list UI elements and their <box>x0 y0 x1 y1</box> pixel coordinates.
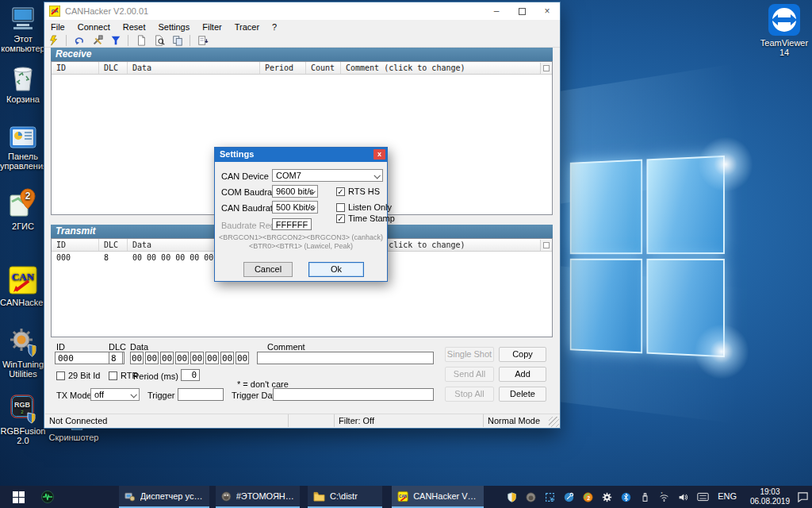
maximize-button[interactable] <box>509 2 534 20</box>
data-byte-7[interactable] <box>236 352 249 364</box>
col-count[interactable]: Count <box>306 62 341 74</box>
transmit-header-options-button[interactable] <box>540 240 551 251</box>
can-device-label: CAN Device <box>221 171 269 181</box>
col-id[interactable]: ID <box>52 62 99 74</box>
volume-icon[interactable] <box>678 492 688 502</box>
settings-button[interactable] <box>88 34 106 47</box>
desktop-icon-2gis[interactable]: 2 2ГИС <box>0 187 46 231</box>
send-all-button[interactable]: Send All <box>445 367 494 382</box>
gear-icon[interactable] <box>602 492 612 502</box>
reset-button[interactable] <box>70 34 88 47</box>
desktop-icon-teamviewer[interactable]: TeamViewer 14 <box>760 3 809 57</box>
desktop-icon-recycle-bin[interactable]: Корзина <box>0 65 46 104</box>
data-byte-5[interactable] <box>205 352 219 364</box>
delete-frame-button[interactable]: Delete <box>499 387 546 402</box>
action-center-button[interactable] <box>797 491 809 506</box>
task-etomoyanoch[interactable]: #ЭТОМОЯНОЧ... <box>216 486 300 508</box>
trigger-id-input[interactable] <box>178 388 224 401</box>
clock[interactable]: 19:03 06.08.2019 <box>750 487 790 506</box>
checkbox-box[interactable] <box>56 371 65 380</box>
rts-hs-label: RTS HS <box>348 187 380 196</box>
menu-connect[interactable]: Connect <box>71 21 117 33</box>
checkbox-box[interactable] <box>336 203 345 212</box>
export-button[interactable] <box>193 34 212 47</box>
desktop-icon-this-pc[interactable]: Этот компьютер <box>0 6 46 53</box>
col-data[interactable]: Data <box>128 62 260 74</box>
checkbox-box[interactable]: ✓ <box>336 187 345 196</box>
task-canhacker[interactable]: CAN CANHacker V2.... <box>392 486 484 508</box>
col-comment[interactable]: Comment (click to change) <box>341 62 552 74</box>
col-period[interactable]: Period <box>260 62 306 74</box>
menu-filter[interactable]: Filter <box>196 21 228 33</box>
task-device-manager[interactable]: Диспетчер устр... <box>119 486 209 508</box>
trigger-data-input[interactable] <box>273 388 434 401</box>
data-byte-0[interactable] <box>130 352 144 364</box>
menu-tracer[interactable]: Tracer <box>228 21 266 33</box>
checkbox-box[interactable]: ✓ <box>336 214 345 223</box>
utility-tray-icon[interactable] <box>564 492 574 502</box>
menu-settings[interactable]: Settings <box>151 21 196 33</box>
monitor-app-icon[interactable] <box>41 491 54 506</box>
col-dlc[interactable]: DLC <box>99 62 128 74</box>
col-id[interactable]: ID <box>52 239 99 251</box>
dialog-close-button[interactable]: x <box>373 149 385 160</box>
copy-button[interactable] <box>168 34 186 47</box>
view-trace-button[interactable] <box>150 34 168 47</box>
can-device-select[interactable]: COM7 <box>272 169 383 182</box>
stop-all-button[interactable]: Stop All <box>445 387 494 402</box>
task-label: CANHacker V2.... <box>413 491 478 501</box>
copy-frame-button[interactable]: Copy <box>499 347 546 362</box>
listen-only-checkbox[interactable]: Listen Only <box>336 202 392 212</box>
desktop-icon-wintuning[interactable]: WinTuning Utilities <box>0 327 46 379</box>
data-byte-3[interactable] <box>175 352 189 364</box>
dialog-titlebar[interactable]: Settings <box>215 148 387 162</box>
menu-help[interactable]: ? <box>266 21 283 33</box>
desktop-icon-rgbfusion[interactable]: RGB 2 RGBFusion 2.0 <box>0 394 46 445</box>
data-byte-6[interactable] <box>220 352 234 364</box>
2gis-tray-icon[interactable]: 2 <box>583 492 593 502</box>
start-button[interactable] <box>0 486 36 508</box>
keyboard-icon[interactable] <box>697 492 709 502</box>
form-dlc-input[interactable] <box>109 352 123 364</box>
screenshot-tray-icon[interactable] <box>545 492 555 502</box>
rts-hs-checkbox[interactable]: ✓RTS HS <box>336 187 380 196</box>
language-indicator[interactable]: ENG <box>718 491 737 501</box>
form-comment-input[interactable] <box>257 352 434 364</box>
tx-mode-value: off <box>94 390 104 399</box>
data-byte-2[interactable] <box>160 352 174 364</box>
col-dlc[interactable]: DLC <box>99 239 128 251</box>
window-titlebar[interactable]: CA CANHacker V2.00.01 <box>44 2 560 20</box>
checkbox-box[interactable] <box>109 371 117 380</box>
receive-header-options-button[interactable] <box>540 63 551 74</box>
task-cdistr[interactable]: C:\distr <box>308 486 382 508</box>
defender-icon[interactable] <box>507 492 517 502</box>
minimize-button[interactable]: – <box>484 2 509 20</box>
wifi-icon[interactable]: * <box>659 492 669 502</box>
new-trace-button[interactable] <box>132 34 150 47</box>
usb-icon[interactable] <box>640 492 650 502</box>
can-baudrate-select[interactable]: 500 Kbit/s <box>272 201 318 214</box>
com-baudrate-select[interactable]: 9600 bit/s <box>272 185 318 198</box>
cancel-button[interactable]: Cancel <box>243 262 293 277</box>
close-button[interactable]: × <box>534 2 560 20</box>
baudrate-reg-input[interactable] <box>272 218 312 230</box>
data-byte-1[interactable] <box>145 352 159 364</box>
menu-file[interactable]: File <box>44 21 71 33</box>
resize-grip[interactable] <box>549 417 559 427</box>
data-byte-4[interactable] <box>190 352 204 364</box>
avatar-tray-icon[interactable] <box>526 492 536 502</box>
29bit-checkbox[interactable]: 29 Bit Id <box>56 371 100 380</box>
period-input[interactable] <box>181 369 200 381</box>
menu-reset[interactable]: Reset <box>117 21 152 33</box>
desktop-icon-canhacker[interactable]: CAN CANHacker <box>0 265 46 307</box>
ok-button[interactable]: Ok <box>308 262 364 277</box>
filter-button[interactable] <box>106 34 124 47</box>
header-options-icon <box>543 65 550 71</box>
desktop-icon-control-panel[interactable]: Панель управления <box>0 125 46 171</box>
tx-mode-select[interactable]: off <box>90 388 140 401</box>
time-stamp-checkbox[interactable]: ✓Time Stamp <box>336 214 395 223</box>
connect-button[interactable] <box>44 34 63 47</box>
single-shot-button[interactable]: Single Shot <box>445 347 494 362</box>
bluetooth-icon[interactable] <box>621 492 631 502</box>
add-frame-button[interactable]: Add <box>499 367 546 382</box>
